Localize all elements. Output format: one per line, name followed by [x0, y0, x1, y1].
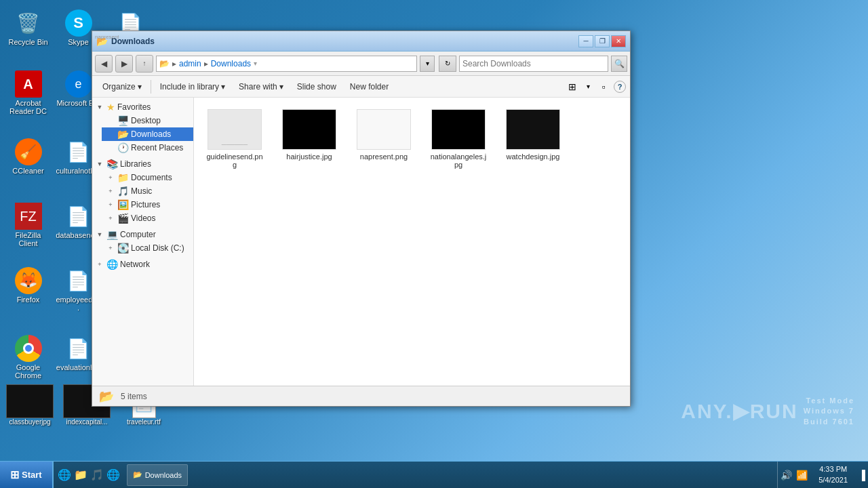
organize-chevron-icon: ▾	[138, 82, 142, 92]
forward-button[interactable]: ▶	[115, 55, 133, 73]
sidebar-section-network[interactable]: + 🌐 Network	[92, 258, 193, 271]
desktop-bottom-classbuyerjpg[interactable]: classbuyerjpg	[3, 383, 57, 427]
start-label: Start	[22, 470, 42, 480]
search-box	[459, 56, 608, 72]
folder-quick-icon[interactable]: 📁	[74, 468, 87, 481]
explorer-window: 📂 Downloads ─ ❐ ✕ ◀ ▶ ↑ 📂 ▸ admin ▸ Down…	[92, 30, 631, 407]
start-button[interactable]: ⊞ Start	[0, 462, 53, 489]
sidebar: ▼ ★ Favorites 🖥️ Desktop 📂 Downloads	[92, 98, 194, 386]
skype-icon: S	[65, 9, 92, 37]
desktop-icon-recycle-bin[interactable]: 🗑️ Recycle Bin	[3, 7, 54, 49]
nav-bar: ◀ ▶ ↑ 📂 ▸ admin ▸ Downloads ▾ ▾ ↻ 🔍	[92, 52, 630, 76]
search-button[interactable]: 🔍	[611, 56, 627, 72]
evaluationh-icon: 📄	[65, 335, 92, 362]
address-bar[interactable]: 📂 ▸ admin ▸ Downloads ▾	[156, 56, 417, 72]
clock-date: 5/4/2021	[818, 475, 848, 485]
slide-show-button[interactable]: Slide show	[291, 78, 342, 96]
sidebar-section-computer[interactable]: ▼ 💻 Computer	[92, 228, 193, 241]
new-folder-button[interactable]: New folder	[344, 78, 395, 96]
sidebar-item-videos[interactable]: + 🎬 Videos	[102, 211, 193, 225]
title-bar-buttons: ─ ❐ ✕	[578, 35, 626, 47]
file-item-hairjustice[interactable]: hairjustice.jpg	[275, 104, 343, 174]
sidebar-item-local-disk[interactable]: + 💽 Local Disk (C:)	[102, 241, 193, 255]
sidebar-section-favorites[interactable]: ▼ ★ Favorites	[92, 100, 193, 114]
tray-network-icon[interactable]: 📶	[796, 470, 808, 481]
help-button[interactable]: ?	[614, 81, 626, 93]
recent-icon-sidebar: 🕐	[117, 142, 129, 153]
documents-expand-icon[interactable]: +	[106, 173, 115, 182]
desktop: 🗑️ Recycle Bin S Skype 📄 A Acrobat Reade…	[0, 0, 868, 461]
organize-button[interactable]: Organize ▾	[96, 78, 148, 96]
desktop-icon-chrome[interactable]: Google Chrome	[3, 332, 54, 382]
back-button[interactable]: ◀	[95, 55, 113, 73]
guidelinesend-thumbnail: ──────	[208, 109, 262, 150]
napresent-name: napresent.png	[360, 152, 408, 161]
tray-speaker-icon[interactable]: 🔊	[781, 470, 792, 481]
taskbar-open-items: 📂 Downloads	[124, 462, 778, 488]
sidebar-item-documents[interactable]: + 📁 Documents	[102, 171, 193, 184]
file-item-nationalangeles[interactable]: nationalangeles.jpg	[425, 104, 492, 174]
local-disk-expand-icon[interactable]: +	[106, 243, 115, 253]
ie-quick-icon[interactable]: 🌐	[58, 468, 71, 481]
music-expand-icon[interactable]: +	[106, 186, 115, 196]
address-separator: ▸	[172, 59, 176, 68]
recycle-bin-icon: 🗑️	[15, 9, 42, 37]
skype-label: Skype	[68, 38, 89, 46]
firefox-icon: 🦊	[15, 267, 42, 294]
media-quick-icon[interactable]: 🎵	[90, 468, 104, 481]
napresent-thumbnail: napresent	[357, 109, 411, 150]
close-button[interactable]: ✕	[611, 35, 626, 47]
file-item-napresent[interactable]: napresent napresent.png	[350, 104, 418, 174]
pictures-expand-icon[interactable]: +	[106, 200, 115, 209]
desktop-icon-firefox[interactable]: 🦊 Firefox	[3, 264, 54, 306]
network-expand-icon[interactable]: +	[95, 260, 104, 269]
sidebar-item-music[interactable]: + 🎵 Music	[102, 184, 193, 198]
clock[interactable]: 4:33 PM 5/4/2021	[812, 464, 854, 485]
documents-icon: 📁	[117, 172, 129, 183]
show-desktop-button[interactable]: ▐	[859, 470, 865, 481]
nationalangeles-thumbnail	[431, 109, 486, 150]
nationalangeles-name: nationalangeles.jpg	[429, 152, 488, 169]
sidebar-item-recent-places[interactable]: 🕐 Recent Places	[102, 141, 193, 155]
refresh-button[interactable]: ↻	[439, 56, 456, 72]
change-view-dropdown[interactable]: ▾	[583, 78, 593, 96]
sidebar-section-libraries[interactable]: ▼ 📚 Libraries	[92, 157, 193, 171]
include-library-button[interactable]: Include in library ▾	[154, 78, 231, 96]
desktop-icon-ccleaner[interactable]: 🧹 CCleaner	[3, 136, 54, 178]
filezilla-label: FileZilla Client	[5, 231, 51, 247]
pictures-label: Pictures	[131, 200, 160, 209]
file-item-guidelinesend[interactable]: ────── guidelinesend.png	[201, 104, 269, 174]
preview-pane-button[interactable]: ▫	[595, 78, 612, 96]
file-item-watchdesign[interactable]: watchdesign.jpg	[499, 104, 567, 174]
watchdesign-thumbnail	[506, 109, 560, 150]
taskbar-quick-launch: 🌐 📁 🎵 🌐	[53, 462, 124, 488]
address-chevron[interactable]: ▾	[254, 60, 257, 67]
desktop-icon-filezilla[interactable]: FZ FileZilla Client	[3, 200, 54, 250]
share-with-chevron-icon: ▾	[279, 82, 283, 92]
anyrun-watermark: ANY.▶RUN Test Mode Windows 7 Build 7601	[681, 396, 854, 427]
sidebar-item-pictures[interactable]: + 🖼️ Pictures	[102, 198, 193, 211]
computer-label: Computer	[120, 230, 156, 239]
address-bar-icon: 📂	[159, 59, 170, 68]
videos-label: Videos	[131, 214, 155, 223]
up-button[interactable]: ↑	[136, 55, 153, 73]
taskbar-item-explorer[interactable]: 📂 Downloads	[127, 464, 188, 486]
traveleur-label: traveleur.rtf	[127, 418, 161, 426]
search-input[interactable]	[462, 59, 605, 68]
address-dropdown-button[interactable]: ▾	[420, 56, 435, 72]
network-label: Network	[120, 260, 150, 269]
share-with-button[interactable]: Share with ▾	[233, 78, 290, 96]
change-view-button[interactable]: ⊞	[564, 78, 581, 96]
minimize-button[interactable]: ─	[578, 35, 593, 47]
sidebar-item-desktop[interactable]: 🖥️ Desktop	[102, 114, 193, 127]
videos-expand-icon[interactable]: +	[106, 214, 115, 223]
desktop-icon-acrobat[interactable]: A Acrobat Reader DC	[3, 68, 54, 118]
guidelinesend-name: guidelinesend.png	[205, 152, 264, 169]
local-disk-icon: 💽	[117, 243, 129, 253]
ie2-quick-icon[interactable]: 🌐	[106, 468, 120, 481]
maximize-button[interactable]: ❐	[595, 35, 610, 47]
sidebar-item-downloads[interactable]: 📂 Downloads	[102, 127, 193, 141]
libraries-children: + 📁 Documents + 🎵 Music + 🖼️ Pictures	[92, 171, 193, 225]
pictures-icon: 🖼️	[117, 199, 129, 210]
network-icon-sidebar: 🌐	[106, 259, 118, 270]
